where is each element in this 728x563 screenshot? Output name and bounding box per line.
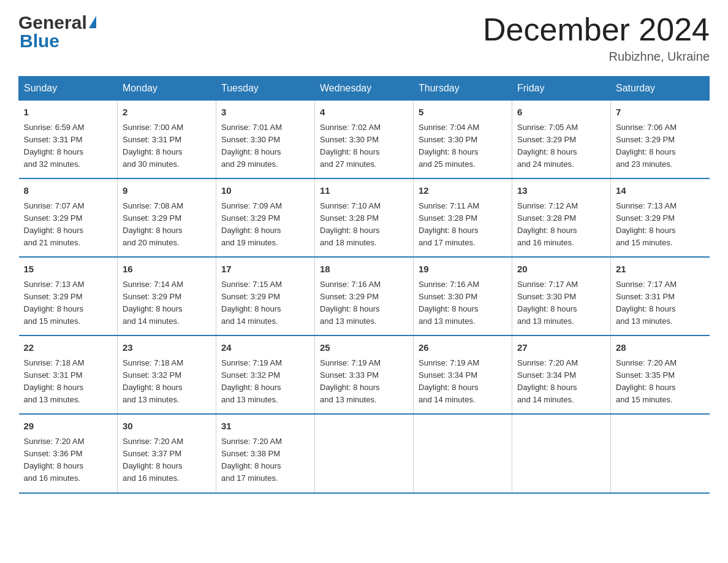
day-number: 24 [221,341,309,355]
day-info: Sunrise: 7:19 AMSunset: 3:34 PMDaylight:… [419,357,507,407]
day-number: 28 [616,341,705,355]
calendar-week-row: 22Sunrise: 7:18 AMSunset: 3:31 PMDayligh… [19,335,710,414]
day-info: Sunrise: 7:00 AMSunset: 3:31 PMDaylight:… [123,121,211,171]
col-monday: Monday [118,77,216,101]
day-number: 20 [517,262,605,277]
day-info: Sunrise: 7:09 AMSunset: 3:29 PMDaylight:… [221,200,309,250]
logo-triangle-icon [89,16,96,28]
calendar-cell [512,414,611,492]
title-section: December 2024 Rubizhne, Ukraine [483,12,710,64]
calendar-cell: 30Sunrise: 7:20 AMSunset: 3:37 PMDayligh… [118,414,216,492]
calendar-cell: 18Sunrise: 7:16 AMSunset: 3:29 PMDayligh… [315,257,414,335]
day-number: 5 [419,105,507,120]
calendar-cell: 11Sunrise: 7:10 AMSunset: 3:28 PMDayligh… [315,178,414,257]
day-number: 9 [123,184,211,198]
day-info: Sunrise: 7:13 AMSunset: 3:29 PMDaylight:… [616,200,705,250]
day-info: Sunrise: 7:17 AMSunset: 3:31 PMDaylight:… [616,278,705,328]
day-info: Sunrise: 7:14 AMSunset: 3:29 PMDaylight:… [123,278,211,328]
day-info: Sunrise: 7:15 AMSunset: 3:29 PMDaylight:… [221,278,309,328]
col-wednesday: Wednesday [315,77,414,101]
day-number: 31 [221,419,309,434]
calendar-cell: 5Sunrise: 7:04 AMSunset: 3:30 PMDaylight… [414,101,512,179]
day-number: 18 [320,262,408,277]
col-sunday: Sunday [19,77,118,101]
day-number: 16 [123,262,211,277]
day-number: 30 [123,419,211,434]
calendar-week-row: 8Sunrise: 7:07 AMSunset: 3:29 PMDaylight… [19,178,710,257]
day-info: Sunrise: 7:16 AMSunset: 3:29 PMDaylight:… [320,278,408,328]
calendar-week-row: 29Sunrise: 7:20 AMSunset: 3:36 PMDayligh… [19,414,710,492]
day-number: 12 [419,184,507,198]
calendar-cell: 4Sunrise: 7:02 AMSunset: 3:30 PMDaylight… [315,101,414,179]
calendar-cell: 15Sunrise: 7:13 AMSunset: 3:29 PMDayligh… [19,257,118,335]
col-friday: Friday [512,77,611,101]
day-info: Sunrise: 7:11 AMSunset: 3:28 PMDaylight:… [419,200,507,250]
calendar-cell: 17Sunrise: 7:15 AMSunset: 3:29 PMDayligh… [216,257,315,335]
calendar-cell: 9Sunrise: 7:08 AMSunset: 3:29 PMDaylight… [118,178,216,257]
day-info: Sunrise: 7:20 AMSunset: 3:37 PMDaylight:… [123,435,211,485]
day-number: 22 [24,341,113,355]
calendar-cell [315,414,414,492]
calendar-cell: 31Sunrise: 7:20 AMSunset: 3:38 PMDayligh… [216,414,315,492]
day-info: Sunrise: 7:05 AMSunset: 3:29 PMDaylight:… [517,121,605,171]
day-number: 3 [221,105,309,120]
day-info: Sunrise: 7:19 AMSunset: 3:32 PMDaylight:… [221,357,309,407]
day-number: 10 [221,184,309,198]
calendar-cell [611,414,710,492]
day-number: 2 [123,105,211,120]
day-number: 26 [419,341,507,355]
calendar-cell: 25Sunrise: 7:19 AMSunset: 3:33 PMDayligh… [315,335,414,414]
col-saturday: Saturday [611,77,710,101]
day-number: 19 [419,262,507,277]
day-info: Sunrise: 7:18 AMSunset: 3:31 PMDaylight:… [24,357,113,407]
calendar-table: Sunday Monday Tuesday Wednesday Thursday… [18,76,710,493]
day-number: 11 [320,184,408,198]
day-info: Sunrise: 7:20 AMSunset: 3:38 PMDaylight:… [221,435,309,485]
day-info: Sunrise: 7:01 AMSunset: 3:30 PMDaylight:… [221,121,309,171]
day-info: Sunrise: 7:06 AMSunset: 3:29 PMDaylight:… [616,121,705,171]
day-info: Sunrise: 7:17 AMSunset: 3:30 PMDaylight:… [517,278,605,328]
page-header: General Blue December 2024 Rubizhne, Ukr… [18,12,710,64]
calendar-cell: 27Sunrise: 7:20 AMSunset: 3:34 PMDayligh… [512,335,611,414]
calendar-cell: 19Sunrise: 7:16 AMSunset: 3:30 PMDayligh… [414,257,512,335]
calendar-cell: 13Sunrise: 7:12 AMSunset: 3:28 PMDayligh… [512,178,611,257]
day-number: 6 [517,105,605,120]
day-number: 25 [320,341,408,355]
col-tuesday: Tuesday [216,77,315,101]
calendar-cell: 6Sunrise: 7:05 AMSunset: 3:29 PMDaylight… [512,101,611,179]
day-number: 1 [24,105,113,120]
calendar-cell: 7Sunrise: 7:06 AMSunset: 3:29 PMDaylight… [611,101,710,179]
calendar-header-row: Sunday Monday Tuesday Wednesday Thursday… [19,77,710,101]
day-number: 23 [123,341,211,355]
day-info: Sunrise: 7:16 AMSunset: 3:30 PMDaylight:… [419,278,507,328]
day-info: Sunrise: 7:20 AMSunset: 3:34 PMDaylight:… [517,357,605,407]
day-number: 7 [616,105,705,120]
day-number: 4 [320,105,408,120]
day-info: Sunrise: 7:20 AMSunset: 3:35 PMDaylight:… [616,357,705,407]
day-info: Sunrise: 6:59 AMSunset: 3:31 PMDaylight:… [24,121,113,171]
calendar-cell: 16Sunrise: 7:14 AMSunset: 3:29 PMDayligh… [118,257,216,335]
month-title: December 2024 [483,12,710,47]
calendar-cell: 1Sunrise: 6:59 AMSunset: 3:31 PMDaylight… [19,101,118,179]
calendar-cell: 26Sunrise: 7:19 AMSunset: 3:34 PMDayligh… [414,335,512,414]
day-number: 14 [616,184,705,198]
logo: General Blue [18,12,96,52]
logo-blue-text: Blue [20,31,59,52]
day-info: Sunrise: 7:02 AMSunset: 3:30 PMDaylight:… [320,121,408,171]
calendar-cell: 3Sunrise: 7:01 AMSunset: 3:30 PMDaylight… [216,101,315,179]
calendar-cell: 8Sunrise: 7:07 AMSunset: 3:29 PMDaylight… [19,178,118,257]
calendar-cell: 28Sunrise: 7:20 AMSunset: 3:35 PMDayligh… [611,335,710,414]
logo-general-text: General [18,12,87,33]
day-info: Sunrise: 7:07 AMSunset: 3:29 PMDaylight:… [24,200,113,250]
day-info: Sunrise: 7:13 AMSunset: 3:29 PMDaylight:… [24,278,113,328]
calendar-cell [414,414,512,492]
calendar-week-row: 1Sunrise: 6:59 AMSunset: 3:31 PMDaylight… [19,101,710,179]
col-thursday: Thursday [414,77,512,101]
day-info: Sunrise: 7:12 AMSunset: 3:28 PMDaylight:… [517,200,605,250]
calendar-week-row: 15Sunrise: 7:13 AMSunset: 3:29 PMDayligh… [19,257,710,335]
calendar-cell: 10Sunrise: 7:09 AMSunset: 3:29 PMDayligh… [216,178,315,257]
calendar-cell: 12Sunrise: 7:11 AMSunset: 3:28 PMDayligh… [414,178,512,257]
calendar-cell: 20Sunrise: 7:17 AMSunset: 3:30 PMDayligh… [512,257,611,335]
day-info: Sunrise: 7:08 AMSunset: 3:29 PMDaylight:… [123,200,211,250]
day-info: Sunrise: 7:19 AMSunset: 3:33 PMDaylight:… [320,357,408,407]
